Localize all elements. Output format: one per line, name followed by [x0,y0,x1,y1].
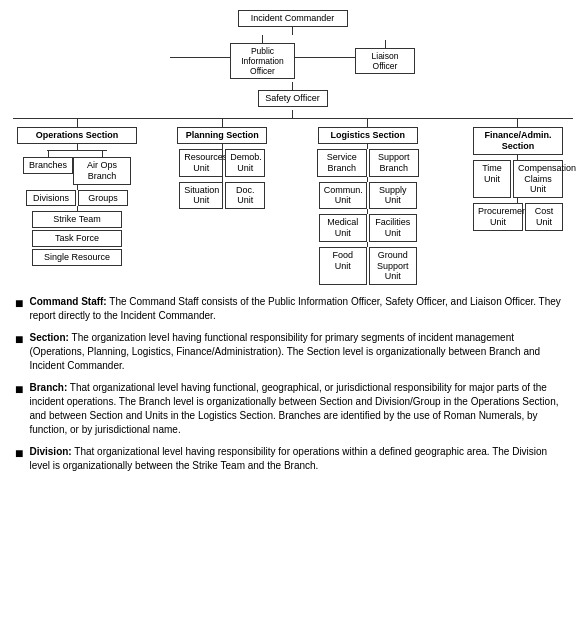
liaison-box: Liaison Officer [355,48,415,74]
comp-claims-unit-box: Compensation Claims Unit [513,160,563,198]
pio-label: Public Information Officer [241,46,284,76]
desc-branch-text: Branch: That organizational level having… [29,381,570,437]
cost-unit-box: Cost Unit [525,203,563,231]
commun-unit-box: Commun. Unit [319,182,367,210]
desc-command-staff-text: Command Staff: The Command Staff consist… [29,295,570,323]
doc-unit-box: Doc. Unit [225,182,265,210]
single-resource-box: Single Resource [32,249,122,266]
desc-branch: ■ Branch: That organizational level havi… [15,381,570,437]
situation-unit-box: Situation Unit [179,182,223,210]
connector-v-pio [262,35,263,43]
finance-label: Finance/Admin. Section [484,130,551,151]
connector-to-sections [292,110,293,118]
safety-label: Safety Officer [265,93,319,103]
groups-box: Groups [78,190,128,207]
ops-v-connector [77,119,78,127]
connector-v-safety [292,82,293,90]
food-unit-box: Food Unit [319,247,367,285]
demob-unit-box: Demob. Unit [225,149,265,177]
desc-division-text: Division: That organizational level havi… [29,445,570,473]
logistics-box: Logistics Section [318,127,418,144]
finance-box: Finance/Admin. Section [473,127,563,155]
planning-label: Planning Section [186,130,259,140]
desc-division: ■ Division: That organizational level ha… [15,445,570,473]
medical-unit-box: Medical Unit [319,214,367,242]
bullet-3: ■ [15,382,23,396]
resources-unit-box: Resources Unit [179,149,223,177]
desc-branch-body: That organizational level having functio… [29,382,558,435]
h-connector2 [295,57,355,58]
connector-v1 [292,27,293,35]
supply-unit-box: Supply Unit [369,182,417,210]
strike-team-box: Strike Team [32,211,122,228]
connector-v-liaison [385,40,386,48]
planning-section: Planning Section Resources Unit Demob. U… [172,119,272,209]
bullet-4: ■ [15,446,23,460]
incident-commander-box: Incident Commander [238,10,348,27]
operations-box: Operations Section [17,127,137,144]
pio-box: Public Information Officer [230,43,295,80]
operations-section: Operations Section Branches Air Ops Bran… [12,119,142,266]
operations-label: Operations Section [36,130,119,140]
desc-command-staff-term: Command Staff: [29,296,106,307]
liaison-label: Liaison Officer [372,51,399,71]
incident-commander-label: Incident Commander [251,13,335,23]
task-force-box: Task Force [32,230,122,247]
desc-command-staff-body: The Command Staff consists of the Public… [29,296,560,321]
planning-box: Planning Section [177,127,267,144]
support-branch-box: Support Branch [369,149,419,177]
desc-branch-term: Branch: [29,382,67,393]
desc-section-term: Section: [29,332,68,343]
safety-box: Safety Officer [258,90,328,107]
ground-support-unit-box: Ground Support Unit [369,247,417,285]
descriptions-section: ■ Command Staff: The Command Staff consi… [10,295,575,473]
time-unit-box: Time Unit [473,160,511,198]
desc-section: ■ Section: The organization level having… [15,331,570,373]
logistics-label: Logistics Section [330,130,405,140]
h-connector [170,57,230,58]
bullet-1: ■ [15,296,23,310]
service-branch-box: Service Branch [317,149,367,177]
procurement-unit-box: Procurement Unit [473,203,523,231]
desc-division-body: That organizational level having respons… [29,446,547,471]
logistics-section: Logistics Section Service Branch Support… [303,119,433,285]
bullet-2: ■ [15,332,23,346]
branches-box: Branches [23,157,73,174]
desc-command-staff: ■ Command Staff: The Command Staff consi… [15,295,570,323]
desc-section-body: The organization level having functional… [29,332,540,371]
facilities-unit-box: Facilities Unit [369,214,417,242]
desc-section-text: Section: The organization level having f… [29,331,570,373]
divisions-box: Divisions [26,190,76,207]
air-ops-box: Air Ops Branch [73,157,131,185]
finance-section: Finance/Admin. Section Time Unit Compens… [463,119,573,231]
desc-division-term: Division: [29,446,71,457]
